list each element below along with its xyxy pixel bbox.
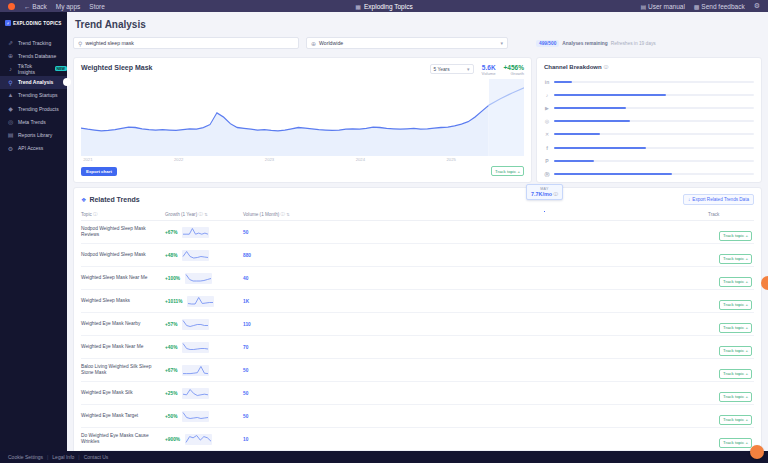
sidebar-item[interactable]: ♪ TikTok Insights NEW bbox=[0, 62, 67, 75]
info-icon[interactable]: ⓘ bbox=[198, 212, 203, 217]
channel-bar-fill bbox=[554, 133, 600, 135]
range-select[interactable]: 5 Years ▾ bbox=[430, 64, 474, 74]
topic-name[interactable]: Weighted Eye Mask Near Me bbox=[81, 336, 165, 359]
search-input[interactable] bbox=[85, 40, 294, 46]
sidebar-item[interactable]: ⚙ API Access bbox=[0, 142, 67, 155]
table-row: Weighted Eye Mask Near Me +40% 70 Track … bbox=[81, 336, 754, 359]
sparkline-chart bbox=[182, 250, 209, 261]
sidebar-item-label: TikTok Insights bbox=[18, 63, 50, 75]
topic-name[interactable]: Baloo Living Weighted Silk Sleep Stone M… bbox=[81, 359, 165, 382]
channel-bar-fill bbox=[554, 94, 666, 96]
row-spacer bbox=[315, 382, 708, 405]
footer: Cookie Settings|Legal Info|Contact Us bbox=[0, 451, 768, 463]
track-topic-button[interactable]: Track topic + bbox=[719, 231, 752, 241]
channel-row: ✕ bbox=[544, 128, 754, 141]
table-row: Weighted Eye Mask Target +50% 50 Track t… bbox=[81, 405, 754, 428]
channel-row: P bbox=[544, 154, 754, 167]
search-row: ⚲ ⊕ Worldwide ▾ 499/500 Analyses remaini… bbox=[73, 37, 762, 49]
footer-link[interactable]: Cookie Settings bbox=[8, 454, 43, 460]
channel-bar-fill bbox=[554, 81, 572, 83]
x-axis-label: 2023 bbox=[265, 157, 274, 162]
sparkline-chart bbox=[182, 342, 209, 353]
settings-gear-icon[interactable]: ⚙ bbox=[754, 2, 760, 10]
topic-name[interactable]: Weighted Sleep Mask Near Me bbox=[81, 267, 165, 290]
channel-icon: ✕ bbox=[544, 131, 550, 137]
manual-icon: ▤ bbox=[641, 4, 647, 10]
track-topic-button[interactable]: Track topic + bbox=[719, 369, 752, 379]
row-spacer bbox=[315, 244, 708, 267]
semrush-logo[interactable] bbox=[8, 3, 15, 10]
export-related-trends-button[interactable]: ↓ Export Related Trends Data bbox=[683, 194, 754, 205]
info-icon[interactable]: ⓘ bbox=[281, 212, 286, 217]
topic-name[interactable]: Weighted Eye Mask Silk bbox=[81, 382, 165, 405]
info-icon[interactable]: ⓘ bbox=[553, 192, 558, 197]
store-link[interactable]: Store bbox=[89, 3, 105, 10]
column-header-growth: Growth (1 Year) ⓘ ⇅ bbox=[165, 210, 243, 221]
my-apps-link[interactable]: My apps bbox=[56, 3, 81, 10]
volume-value: 40 bbox=[243, 267, 315, 290]
growth-stat: +456% Growth bbox=[504, 64, 524, 76]
side-chat-tab[interactable] bbox=[761, 276, 768, 290]
info-icon[interactable]: ⓘ bbox=[93, 212, 98, 217]
send-feedback-link[interactable]: ▩ Send feedback bbox=[694, 3, 745, 10]
growth-percent: +67% bbox=[165, 230, 177, 235]
forecast-point-marker bbox=[543, 210, 546, 213]
exploding-topics-logo-icon: ⚡ bbox=[5, 20, 11, 26]
sidebar-item-icon: ⚙ bbox=[7, 145, 14, 152]
track-topic-button[interactable]: Track topic + bbox=[719, 346, 752, 356]
sidebar-item[interactable]: ◎ Meta Trends bbox=[0, 115, 67, 128]
table-row: Weighted Eye Mask Silk +25% 50 Track top… bbox=[81, 382, 754, 405]
topic-name[interactable]: Nodpod Weighted Sleep Mask bbox=[81, 244, 165, 267]
sidebar-item[interactable]: ⊕ Trends Database bbox=[0, 49, 67, 62]
exploding-topics-logo[interactable]: ⚡ EXPLODING TOPICS bbox=[0, 12, 67, 26]
region-select[interactable]: ⊕ Worldwide ▾ bbox=[306, 37, 508, 49]
track-topic-button[interactable]: Track topic + bbox=[719, 323, 752, 333]
channel-bar-track bbox=[554, 94, 754, 96]
growth-percent: +100% bbox=[165, 276, 180, 281]
track-topic-button[interactable]: Track topic + bbox=[719, 300, 752, 310]
sort-icon[interactable]: ⇅ bbox=[286, 212, 290, 217]
growth-percent: +48% bbox=[165, 253, 177, 258]
table-row: Do Weighted Eye Masks Cause Wrinkles +90… bbox=[81, 428, 754, 451]
sort-icon[interactable]: ⇅ bbox=[204, 212, 208, 217]
export-chart-button[interactable]: Export chart bbox=[81, 167, 117, 176]
sidebar-item[interactable]: ▲ Trending Startups bbox=[0, 89, 67, 102]
topic-name[interactable]: Weighted Sleep Masks bbox=[81, 290, 165, 313]
volume-value: 1K bbox=[243, 290, 315, 313]
track-topic-button[interactable]: Track topic + bbox=[719, 254, 752, 264]
topic-name[interactable]: Weighted Eye Mask Target bbox=[81, 405, 165, 428]
row-spacer bbox=[315, 313, 708, 336]
track-topic-button[interactable]: Track topic + bbox=[719, 438, 752, 448]
track-topic-button[interactable]: Track topic + bbox=[491, 166, 524, 176]
footer-link[interactable]: Contact Us bbox=[84, 454, 109, 460]
table-row: Nodpod Weighted Sleep Mask +48% 880 Trac… bbox=[81, 244, 754, 267]
sidebar-item[interactable]: ◆ Trending Products bbox=[0, 102, 67, 115]
track-topic-button[interactable]: Track topic + bbox=[719, 415, 752, 425]
page-title: Trend Analysis bbox=[75, 19, 762, 30]
volume-value: 70 bbox=[243, 336, 315, 359]
topic-name[interactable]: Nodpod Weighted Sleep Mask Reviews bbox=[81, 221, 165, 244]
sidebar-item-icon: ⇗ bbox=[7, 39, 14, 46]
sidebar-item[interactable]: ▤ Reports Library bbox=[0, 128, 67, 141]
channel-bar-track bbox=[554, 120, 754, 122]
row-spacer bbox=[315, 336, 708, 359]
sidebar-item[interactable]: ⚲ Trend Analysis bbox=[0, 76, 67, 89]
column-header-track: Track bbox=[708, 210, 754, 221]
sidebar-item[interactable]: ⇗ Trend Tracking bbox=[0, 36, 67, 49]
topic-name[interactable]: Weighted Eye Mask Nearby bbox=[81, 313, 165, 336]
search-icon: ⚲ bbox=[78, 40, 82, 47]
volume-value: 10 bbox=[243, 428, 315, 451]
user-manual-link[interactable]: ▤ User manual bbox=[641, 3, 685, 10]
region-value: Worldwide bbox=[319, 40, 343, 46]
footer-link[interactable]: Legal Info bbox=[52, 454, 74, 460]
footer-separator: | bbox=[47, 454, 48, 460]
chat-launcher-button[interactable] bbox=[750, 445, 764, 459]
channel-bar-fill bbox=[554, 107, 626, 109]
track-topic-button[interactable]: Track topic + bbox=[719, 392, 752, 402]
back-button[interactable]: ← Back bbox=[24, 3, 47, 10]
channel-breakdown-card: Channel Breakdown ⓘ in ♪ bbox=[536, 57, 762, 183]
info-icon[interactable]: ⓘ bbox=[604, 65, 609, 70]
trend-chart[interactable] bbox=[81, 79, 524, 156]
track-topic-button[interactable]: Track topic + bbox=[719, 277, 752, 287]
topic-name[interactable]: Do Weighted Eye Masks Cause Wrinkles bbox=[81, 428, 165, 451]
